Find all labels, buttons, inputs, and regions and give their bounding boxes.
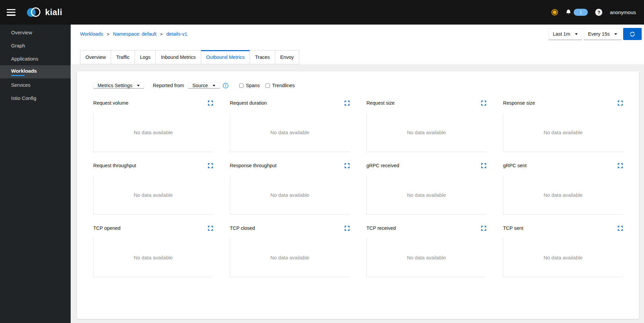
masthead-actions: 1 ? anonymous <box>551 9 636 16</box>
reporter-value: Source <box>192 83 208 88</box>
tab-label: Envoy <box>280 55 294 60</box>
hamburger-menu-icon[interactable] <box>7 9 15 16</box>
chart-card-tcp-opened: TCP opened No data available <box>93 225 213 277</box>
duration-value: Last 1m <box>553 31 570 37</box>
metrics-settings-dropdown[interactable]: Metrics Settings <box>93 82 144 88</box>
chart-plot-area: No data available <box>366 176 486 215</box>
sidebar-item-label: Services <box>11 82 71 88</box>
no-data-message: No data available <box>271 192 310 198</box>
notifications-button[interactable]: 1 <box>565 9 588 16</box>
reported-from-label: Reported from <box>153 83 184 88</box>
kiali-logo[interactable]: kiali <box>27 7 62 17</box>
expand-icon[interactable] <box>345 226 350 231</box>
chart-title: TCP opened <box>93 225 120 231</box>
no-data-message: No data available <box>544 192 583 198</box>
expand-icon[interactable] <box>208 226 213 231</box>
sync-icon <box>630 31 635 37</box>
chart-plot-area: No data available <box>503 238 623 277</box>
metrics-card: Metrics Settings Reported from Source <box>77 71 639 319</box>
spans-checkbox[interactable] <box>239 83 244 88</box>
tab-logs[interactable]: Logs <box>135 50 156 64</box>
tab-traces[interactable]: Traces <box>250 50 275 64</box>
detail-tabs: Overview Traffic Logs Inbound Metrics Ou… <box>80 50 299 64</box>
active-indicator <box>11 75 25 76</box>
trendlines-checkbox[interactable] <box>265 83 270 88</box>
metrics-settings-label: Metrics Settings <box>98 83 132 88</box>
expand-icon[interactable] <box>345 101 350 106</box>
tab-overview[interactable]: Overview <box>80 50 111 64</box>
no-data-message: No data available <box>407 130 446 135</box>
expand-icon[interactable] <box>481 163 486 168</box>
spans-label: Spans <box>246 83 260 88</box>
tab-inbound-metrics[interactable]: Inbound Metrics <box>155 50 201 64</box>
refresh-interval-value: Every 15s <box>588 31 610 37</box>
no-data-message: No data available <box>134 192 173 198</box>
tab-outbound-metrics[interactable]: Outbound Metrics <box>201 50 250 64</box>
chevron-down-icon <box>575 33 578 35</box>
chart-title: TCP received <box>366 225 396 231</box>
time-toolbar: Last 1m Every 15s <box>548 28 642 40</box>
masthead: kiali 1 ? anonymous <box>0 0 644 25</box>
tab-traffic[interactable]: Traffic <box>111 50 135 64</box>
chevron-down-icon <box>213 85 215 86</box>
sidebar-item-applications[interactable]: Applications <box>0 52 71 65</box>
bell-icon <box>565 9 572 15</box>
chart-plot-area: No data available <box>503 113 623 152</box>
no-data-message: No data available <box>134 130 173 135</box>
sidebar-item-graph[interactable]: Graph <box>0 39 71 52</box>
no-data-message: No data available <box>134 255 173 260</box>
tab-envoy[interactable]: Envoy <box>275 50 299 64</box>
sidebar-item-workloads[interactable]: Workloads <box>0 65 71 78</box>
chevron-down-icon <box>614 33 617 35</box>
sidebar-item-label: Applications <box>11 56 71 62</box>
user-menu[interactable]: anonymous <box>610 9 636 15</box>
sidebar-item-label: Istio Config <box>11 95 71 101</box>
chart-plot-area: No data available <box>93 238 213 277</box>
expand-icon[interactable] <box>208 163 213 168</box>
breadcrumb-link-workload-name[interactable]: details-v1 <box>166 31 187 37</box>
page-header: Workloads > Namespace: default > details… <box>71 25 644 64</box>
chart-card-response-throughput: Response throughput No data available <box>230 163 350 215</box>
tab-label: Traffic <box>116 55 129 60</box>
refresh-interval-dropdown[interactable]: Every 15s <box>584 28 621 40</box>
chart-title: Request size <box>366 100 395 106</box>
kiali-logo-icon <box>27 7 42 17</box>
tab-label: Outbound Metrics <box>206 55 245 60</box>
sidebar-nav: Overview Graph Applications Workloads Se… <box>0 25 71 323</box>
sidebar-item-istio-config[interactable]: Istio Config <box>0 92 71 105</box>
chevron-down-icon <box>137 85 140 86</box>
trendlines-checkbox-label[interactable]: Trendlines <box>265 83 295 88</box>
breadcrumb-separator: > <box>160 32 163 37</box>
no-data-message: No data available <box>407 192 446 198</box>
sidebar-item-services[interactable]: Services <box>0 78 71 92</box>
refresh-button[interactable] <box>623 28 642 40</box>
istio-status-icon[interactable] <box>551 9 558 15</box>
no-data-message: No data available <box>407 255 446 260</box>
notification-count-badge: 1 <box>574 9 588 16</box>
trendlines-label: Trendlines <box>272 83 295 88</box>
chart-card-grpc-sent: gRPC sent No data available <box>503 163 623 215</box>
breadcrumb-link-workloads[interactable]: Workloads <box>80 31 103 37</box>
chart-card-response-size: Response size No data available <box>503 100 623 152</box>
chart-title: Request duration <box>230 100 267 106</box>
expand-icon[interactable] <box>345 163 350 168</box>
breadcrumb-link-namespace[interactable]: Namespace: default <box>113 31 156 37</box>
help-icon[interactable]: ? <box>595 9 602 16</box>
sidebar-item-overview[interactable]: Overview <box>0 26 71 39</box>
expand-icon[interactable] <box>481 101 486 106</box>
tab-label: Traces <box>255 55 270 60</box>
expand-icon[interactable] <box>618 163 623 168</box>
brand-name: kiali <box>45 7 62 17</box>
no-data-message: No data available <box>544 255 583 260</box>
chart-title: TCP sent <box>503 225 523 231</box>
duration-dropdown[interactable]: Last 1m <box>548 28 582 40</box>
spans-checkbox-label[interactable]: Spans <box>239 83 260 88</box>
expand-icon[interactable] <box>481 226 486 231</box>
expand-icon[interactable] <box>618 226 623 231</box>
expand-icon[interactable] <box>618 101 623 106</box>
info-icon[interactable] <box>223 83 228 88</box>
reporter-dropdown[interactable]: Source <box>188 82 220 88</box>
expand-icon[interactable] <box>208 101 213 106</box>
chart-card-grpc-received: gRPC received No data available <box>366 163 486 215</box>
chart-title: TCP closed <box>230 225 255 231</box>
